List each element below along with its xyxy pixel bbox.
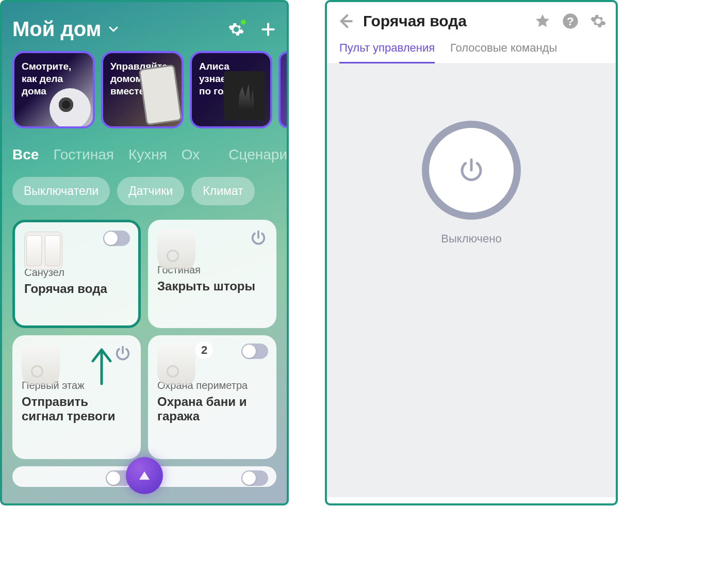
add-button[interactable] [260, 21, 276, 38]
device-name: Горячая вода [24, 282, 129, 296]
tab-control-panel[interactable]: Пульт управления [339, 41, 435, 63]
device-name: Отправить сигнал тревоги [22, 395, 132, 423]
tab-living-room[interactable]: Гостиная [53, 146, 114, 163]
story-card[interactable]: Н [278, 51, 287, 128]
room-tabs: Все Гостиная Кухня Ох Сценарии [2, 128, 287, 169]
power-toggle-button[interactable] [422, 121, 521, 220]
notification-dot [241, 20, 246, 25]
tab-kitchen[interactable]: Кухня [128, 146, 167, 163]
home-selector[interactable]: Мой дом [12, 18, 120, 41]
power-icon[interactable] [250, 229, 267, 247]
tab-all[interactable]: Все [12, 146, 39, 163]
phone-icon [139, 64, 183, 126]
story-card[interactable]: Управляйте домом вместе [101, 51, 184, 128]
detail-body: Выключено [327, 64, 616, 497]
back-button[interactable] [336, 12, 354, 30]
detail-tabs: Пульт управления Голосовые команды [327, 36, 616, 64]
star-icon [534, 13, 551, 29]
device-card-hot-water[interactable]: Санузел Горячая вода [12, 220, 141, 328]
detail-title: Горячая вода [363, 12, 525, 30]
device-grid: Санузел Горячая вода Гостиная Закрыть шт… [2, 214, 287, 487]
settings-button[interactable] [228, 21, 244, 38]
voice-assistant-button[interactable] [126, 457, 163, 494]
device-card-alarm[interactable]: Первый этаж Отправить сигнал тревоги [12, 335, 141, 459]
gear-icon [590, 13, 606, 29]
plus-icon [260, 21, 276, 38]
tab-voice-commands[interactable]: Голосовые команды [450, 41, 557, 63]
arrow-left-icon [336, 12, 354, 30]
hub-device-icon [157, 345, 198, 385]
device-card-partial[interactable] [148, 466, 276, 487]
device-card-curtains[interactable]: Гостиная Закрыть шторы [148, 220, 276, 328]
hub-device-icon [157, 229, 198, 269]
camera-icon [50, 88, 91, 128]
hub-device-icon [22, 345, 62, 385]
svg-text:?: ? [567, 14, 574, 28]
story-card[interactable]: Алиса узнает всех по голосу [190, 51, 272, 128]
help-button[interactable]: ? [562, 13, 579, 29]
device-toggle[interactable] [103, 231, 130, 246]
device-detail-screen: Горячая вода ? Пульт управления Голосовы… [325, 0, 618, 505]
power-icon [457, 156, 485, 184]
help-icon: ? [562, 13, 579, 29]
detail-header: Горячая вода ? [327, 2, 616, 36]
power-status-label: Выключено [441, 232, 501, 246]
chip-sensors[interactable]: Датчики [117, 177, 184, 205]
filter-chips: Выключатели Датчики Климат [2, 169, 287, 214]
device-name: Охрана бани и гаража [157, 395, 267, 423]
tab-scenarios[interactable]: Сценарии [228, 146, 289, 163]
story-row[interactable]: Смотрите, как дела дома Управляйте домом… [2, 51, 287, 128]
device-card-partial[interactable] [12, 466, 141, 487]
device-name: Закрыть шторы [157, 279, 267, 293]
speaker-icon [224, 71, 265, 120]
device-card-perimeter[interactable]: 2 Охрана периметра Охрана бани и гаража [148, 335, 276, 459]
chip-climate[interactable]: Климат [191, 177, 254, 205]
home-title: Мой дом [12, 18, 101, 41]
tab-security[interactable]: Ох [182, 146, 200, 163]
device-toggle[interactable] [241, 470, 268, 486]
home-header: Мой дом [2, 2, 287, 51]
device-count-badge: 2 [195, 341, 213, 359]
chevron-down-icon [107, 23, 120, 36]
favorite-button[interactable] [534, 13, 551, 29]
story-card[interactable]: Смотрите, как дела дома [12, 51, 95, 128]
settings-button[interactable] [590, 13, 606, 29]
arrow-up-icon [90, 345, 113, 386]
power-icon[interactable] [114, 345, 132, 362]
home-screen: Мой дом Смотрите, как дела дома Управляй… [0, 0, 289, 505]
chip-switches[interactable]: Выключатели [12, 177, 110, 205]
device-toggle[interactable] [241, 344, 268, 359]
switch-device-icon [24, 232, 64, 272]
